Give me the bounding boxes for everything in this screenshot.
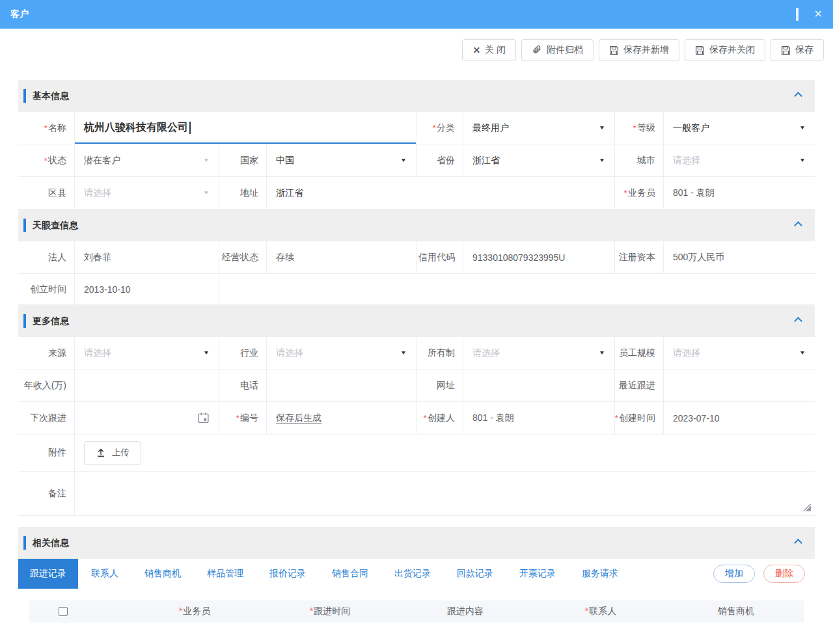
window-title: 客户 [10, 8, 29, 20]
tab-actions: 增加 删除 [713, 559, 815, 589]
recent-followup-field-label: 最近跟进 [615, 369, 664, 402]
level-select[interactable]: 一般客户▼ [664, 112, 815, 144]
resize-grip-icon[interactable] [804, 504, 811, 511]
website-input[interactable] [463, 369, 615, 402]
chevron-down-icon: ▼ [799, 157, 806, 163]
industry-field-label: 行业 [219, 337, 267, 369]
maximize-button[interactable] [796, 9, 799, 20]
save-and-new-button[interactable]: 保存并新增 [599, 39, 679, 61]
section-accent-bar [23, 219, 26, 232]
select-all-checkbox[interactable] [59, 607, 68, 616]
text-cursor [189, 122, 191, 134]
empty-cell [219, 274, 815, 305]
floppy-icon [609, 46, 619, 55]
table-header-checkbox-cell [29, 607, 127, 616]
attachment-field: 上传 [75, 435, 815, 472]
next-followup-date-input[interactable] [75, 402, 219, 435]
column-header-sales-opportunity: 销售商机 [668, 606, 804, 617]
remark-textarea[interactable] [75, 472, 815, 516]
address-field-label: 地址 [219, 177, 267, 209]
section-related-info: 相关信息 跟进记录 联系人 销售商机 样品管理 报价记录 销售合同 出货记录 回… [18, 527, 815, 623]
collapse-button[interactable] [793, 221, 803, 229]
name-input[interactable]: 杭州八骏科技有限公司 [75, 112, 416, 144]
district-select[interactable]: 请选择▼ [75, 177, 219, 209]
status-select[interactable]: 潜在客户▼ [75, 144, 219, 177]
paperclip-icon [532, 45, 542, 55]
code-field: 保存后生成 [267, 402, 416, 435]
collapse-button[interactable] [793, 317, 803, 325]
website-field-label: 网址 [416, 369, 463, 402]
ownership-select[interactable]: 请选择▼ [463, 337, 615, 369]
section-accent-bar [23, 314, 26, 328]
window-controls: ✕ [780, 9, 823, 20]
tab-payment-records[interactable]: 回款记录 [444, 559, 506, 589]
ownership-field-label: 所有制 [416, 337, 463, 369]
chevron-down-icon: ▼ [203, 350, 210, 356]
phone-input[interactable] [267, 369, 416, 402]
salesman-field-label: *业务员 [615, 177, 664, 209]
tab-sales-contracts[interactable]: 销售合同 [319, 559, 381, 589]
province-field-label: 省份 [416, 144, 463, 177]
column-header-contact: *联系人 [533, 606, 668, 617]
save-button[interactable]: 保存 [771, 39, 824, 61]
tab-sales-opportunities[interactable]: 销售商机 [131, 559, 194, 589]
tab-quotation-records[interactable]: 报价记录 [256, 559, 319, 589]
save-and-close-button[interactable]: 保存并关闭 [685, 39, 765, 61]
level-field-label: *等级 [615, 112, 664, 144]
attachment-field-label: 附件 [18, 435, 75, 472]
industry-select[interactable]: 请选择▼ [267, 337, 416, 369]
chevron-down-icon: ▼ [599, 125, 605, 131]
registered-capital-field: 500万人民币 [664, 241, 815, 274]
collapse-button[interactable] [793, 539, 803, 546]
creator-field: 801 - 袁朗 [463, 402, 615, 435]
country-field-label: 国家 [219, 144, 267, 177]
registered-capital-field-label: 注册资本 [615, 241, 664, 274]
related-tabbar: 跟进记录 联系人 销售商机 样品管理 报价记录 销售合同 出货记录 回款记录 开… [18, 559, 815, 589]
recent-followup-field [664, 369, 815, 402]
city-field-label: 城市 [615, 144, 664, 177]
tab-contacts[interactable]: 联系人 [78, 559, 131, 589]
section-header-more: 更多信息 [18, 305, 815, 337]
annual-revenue-input[interactable] [75, 369, 219, 402]
chevron-down-icon: ▼ [799, 125, 806, 131]
section-header-related: 相关信息 [18, 527, 815, 559]
upload-button[interactable]: 上传 [84, 441, 141, 465]
calendar-icon[interactable] [197, 412, 210, 424]
address-input[interactable]: 浙江省 [267, 177, 615, 209]
phone-field-label: 电话 [219, 369, 267, 402]
creator-field-label: *创建人 [416, 402, 463, 435]
close-button[interactable]: ✕ 关 闭 [462, 39, 516, 61]
created-time-field: 2023-07-10 [664, 402, 815, 435]
salesman-field[interactable]: 801 - 袁朗 [664, 177, 815, 209]
collapse-button[interactable] [793, 92, 803, 100]
category-select[interactable]: 最终用户▼ [463, 112, 615, 144]
province-select[interactable]: 浙江省▼ [463, 144, 615, 177]
chevron-down-icon: ▼ [203, 190, 210, 196]
tab-shipment-records[interactable]: 出货记录 [381, 559, 444, 589]
tab-followup-records[interactable]: 跟进记录 [18, 559, 78, 589]
operating-status-field: 存续 [267, 241, 416, 274]
code-field-label: *编号 [219, 402, 267, 435]
tab-service-requests[interactable]: 服务请求 [569, 559, 631, 589]
upload-icon [96, 448, 106, 458]
tab-sample-management[interactable]: 样品管理 [194, 559, 256, 589]
founded-date-field: 2013-10-10 [75, 274, 219, 305]
add-button[interactable]: 增加 [713, 565, 755, 583]
employee-scale-select[interactable]: 请选择▼ [664, 337, 815, 369]
city-select[interactable]: 请选择▼ [664, 144, 815, 177]
next-followup-field-label: 下次跟进 [18, 402, 75, 435]
chevron-down-icon: ▼ [599, 350, 605, 356]
chevron-down-icon: ▼ [599, 157, 605, 163]
country-select[interactable]: 中国▼ [267, 144, 416, 177]
source-select[interactable]: 请选择▼ [75, 337, 219, 369]
section-title: 基本信息 [33, 90, 69, 102]
close-icon: ✕ [472, 45, 480, 55]
tab-invoice-records[interactable]: 开票记录 [506, 559, 569, 589]
founded-date-field-label: 创立时间 [18, 274, 75, 305]
credit-code-field: 91330108079323995U [463, 241, 615, 274]
delete-button[interactable]: 删除 [763, 565, 805, 583]
close-window-button[interactable]: ✕ [814, 9, 823, 20]
section-header-tianyancha: 天眼查信息 [18, 209, 815, 241]
attachment-archive-button[interactable]: 附件归档 [521, 39, 594, 61]
titlebar: 客户 ✕ [0, 0, 833, 29]
